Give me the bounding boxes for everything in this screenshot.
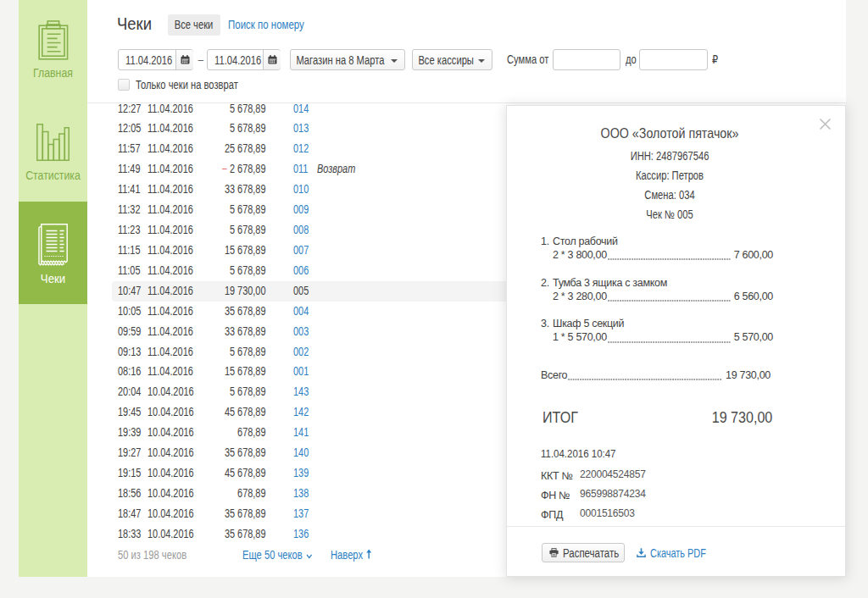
- date-from-value: 11.04.2016: [125, 50, 172, 71]
- tab-all-checks[interactable]: Все чеки: [168, 14, 220, 36]
- row-number-link[interactable]: 140: [293, 443, 309, 463]
- sum-from-input[interactable]: [553, 49, 620, 70]
- receipt-item: 2.Тумба 3 ящика с замком2 * 3 280,006 56…: [541, 276, 773, 304]
- dotted-leader: [608, 341, 731, 343]
- receipt-meta-value: 965998874234: [580, 484, 646, 504]
- row-number-link[interactable]: 010: [293, 180, 309, 200]
- row-amount: 678,89: [189, 484, 265, 504]
- date-from-input[interactable]: 11.04.2016: [119, 50, 175, 69]
- load-more-link[interactable]: Еще 50 чеков: [242, 545, 313, 565]
- sidebar-item-home[interactable]: Главная: [19, 0, 87, 102]
- row-number-link[interactable]: 009: [293, 200, 309, 220]
- row-number-link[interactable]: 003: [293, 322, 309, 342]
- row-date: 11.04.2016: [147, 180, 193, 200]
- download-pdf-link[interactable]: Скачать PDF: [637, 543, 721, 562]
- row-date: 11.04.2016: [147, 261, 193, 281]
- receipt-item-index: 2.: [541, 276, 553, 290]
- receipt-total-label: Всего: [541, 368, 567, 383]
- row-time: 12:05: [118, 119, 141, 139]
- sidebar-item-statistics[interactable]: Статистика: [19, 102, 87, 202]
- row-amount: 19 730,00: [189, 281, 265, 302]
- receipt-item-sum: 6 560,00: [734, 290, 773, 304]
- row-number-link[interactable]: 139: [293, 463, 309, 484]
- date-to-value: 11.04.2016: [214, 50, 261, 71]
- receipt-datetime: 11.04.2016 10:47: [541, 447, 615, 460]
- row-time: 19:45: [118, 402, 141, 423]
- sum-to-label: до: [626, 49, 637, 70]
- receipt-meta-label: ФН №: [541, 490, 570, 501]
- row-number-link[interactable]: 014: [293, 99, 309, 119]
- receipt-itog-line: ИТОГ 19 730,00: [542, 408, 773, 427]
- sum-from-label: Сумма от: [507, 49, 548, 70]
- row-number-link[interactable]: 012: [293, 139, 309, 159]
- search-by-number-link[interactable]: Поиск по номеру: [228, 14, 304, 36]
- dotted-leader: [608, 258, 731, 260]
- row-number-link[interactable]: 007: [293, 241, 309, 261]
- calendar-button-to[interactable]: [263, 50, 281, 69]
- return-checkbox-label: Только чеки на возврат: [136, 78, 238, 91]
- row-number-link[interactable]: 008: [293, 220, 309, 241]
- row-date: 11.04.2016: [147, 362, 193, 382]
- row-number-link[interactable]: 136: [293, 524, 309, 545]
- receipt-item: 3.Шкаф 5 секций1 * 5 570,005 570,00: [541, 317, 773, 345]
- return-filter: Только чеки на возврат: [118, 78, 264, 91]
- row-amount: − 2 678,89: [189, 159, 265, 180]
- dotted-leader: [608, 300, 731, 302]
- row-number-link[interactable]: 001: [293, 362, 309, 382]
- row-number-link[interactable]: 004: [293, 302, 309, 322]
- back-to-top-link[interactable]: Наверх: [331, 545, 371, 565]
- receipt-meta-row: ККТ №220004524857: [541, 465, 778, 484]
- calendar-icon: [181, 55, 190, 64]
- receipt-icon: [37, 224, 70, 268]
- row-number-link[interactable]: 006: [293, 261, 309, 281]
- row-amount: 35 678,89: [189, 302, 265, 322]
- row-amount: 33 678,89: [189, 180, 265, 200]
- row-time: 18:56: [118, 484, 141, 504]
- currency-ruble-sign: ₽: [712, 49, 718, 70]
- date-to-input[interactable]: 11.04.2016: [208, 50, 263, 69]
- row-amount: 35 678,89: [189, 443, 265, 463]
- return-checkbox[interactable]: [118, 79, 130, 91]
- row-number-link[interactable]: 002: [293, 342, 309, 363]
- panel-footer: Распечатать Скачать PDF: [507, 527, 845, 576]
- chevron-down-icon: [391, 59, 398, 63]
- row-date: 10.04.2016: [147, 382, 194, 402]
- date-to-group: 11.04.2016: [207, 49, 281, 70]
- receipt-meta-label: ФПД: [541, 509, 563, 521]
- row-number-link[interactable]: 137: [293, 504, 309, 524]
- row-number-link[interactable]: 143: [293, 382, 309, 402]
- store-dropdown[interactable]: Магазин на 8 Марта: [290, 49, 405, 70]
- receipt-meta-value: 220004524857: [580, 465, 646, 484]
- row-number-link[interactable]: 138: [293, 484, 309, 504]
- row-time: 19:39: [118, 423, 141, 443]
- receipt-item-calc-line: 1 * 5 570,005 570,00: [541, 330, 773, 345]
- row-date: 11.04.2016: [147, 159, 193, 180]
- row-time: 11:05: [118, 261, 141, 281]
- row-time: 11:41: [118, 180, 141, 200]
- sum-to-input[interactable]: [639, 49, 708, 70]
- row-number-link[interactable]: 142: [293, 402, 309, 423]
- date-from-group: 11.04.2016: [118, 49, 193, 70]
- calendar-button-from[interactable]: [175, 50, 193, 69]
- row-date: 11.04.2016: [147, 302, 193, 322]
- receipt-item-calc: 1 * 5 570,00: [553, 330, 607, 345]
- download-icon: [637, 548, 646, 558]
- row-date: 11.04.2016: [147, 342, 193, 363]
- sidebar-item-checks[interactable]: Чеки: [19, 202, 87, 304]
- row-number-link[interactable]: 013: [293, 119, 309, 139]
- chevron-down-icon: [306, 554, 312, 559]
- row-date: 10.04.2016: [147, 504, 194, 524]
- receipt-item-calc-line: 2 * 3 280,006 560,00: [541, 290, 773, 304]
- row-number-link[interactable]: 141: [293, 423, 309, 443]
- row-number-link[interactable]: 011: [293, 159, 308, 180]
- print-button[interactable]: Распечатать: [542, 543, 625, 562]
- row-time: 09:13: [118, 342, 141, 363]
- row-date: 10.04.2016: [147, 524, 194, 545]
- row-amount: 35 678,89: [189, 504, 265, 524]
- cashier-dropdown[interactable]: Все кассиры: [412, 49, 492, 70]
- row-date: 11.04.2016: [147, 119, 193, 139]
- close-icon[interactable]: [819, 118, 832, 130]
- clipboard-icon: [38, 20, 69, 60]
- store-dropdown-value: Магазин на 8 Марта: [291, 50, 384, 71]
- receipt-total-sum: 19 730,00: [726, 368, 771, 383]
